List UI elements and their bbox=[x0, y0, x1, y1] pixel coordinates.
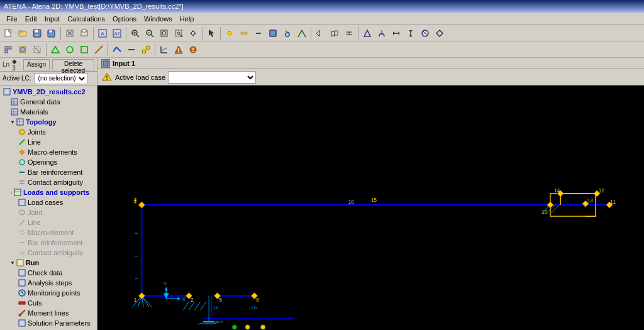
tb-right-5[interactable] bbox=[280, 26, 294, 40]
canvas-alc-select[interactable] bbox=[168, 71, 256, 84]
tree-line[interactable]: Line bbox=[0, 137, 97, 147]
assign-button[interactable]: Assign bbox=[23, 59, 50, 70]
line-dim-icon bbox=[18, 218, 26, 227]
tb2-9[interactable] bbox=[125, 43, 138, 57]
tree-macro-elements[interactable]: Macro-elements bbox=[0, 147, 97, 157]
tree-run-label: Run bbox=[26, 259, 39, 267]
menu-help[interactable]: Help bbox=[176, 14, 198, 24]
tb2-13[interactable] bbox=[186, 43, 200, 57]
sep-tb2-1 bbox=[46, 43, 47, 56]
tree-general-data[interactable]: General data bbox=[0, 97, 97, 107]
tb-right-3[interactable] bbox=[252, 26, 265, 40]
tree-cuts[interactable]: Cuts bbox=[0, 298, 97, 308]
tree-solution-parameters[interactable]: Solution Parameters bbox=[0, 318, 97, 328]
svg-point-86 bbox=[178, 52, 179, 53]
save-button[interactable] bbox=[30, 26, 44, 40]
menu-file[interactable]: File bbox=[3, 14, 21, 24]
zoom-window-button[interactable] bbox=[172, 26, 186, 40]
tb-btn-5[interactable] bbox=[63, 26, 77, 40]
svg-rect-133 bbox=[123, 85, 618, 330]
tb-r-15[interactable] bbox=[433, 26, 447, 40]
menu-calculations[interactable]: Calculations bbox=[64, 14, 109, 24]
tree-topology[interactable]: ▼ Topology bbox=[0, 117, 97, 127]
tb-right-6[interactable] bbox=[295, 26, 309, 40]
zoom-in-button[interactable] bbox=[128, 26, 142, 40]
tree-load-cases-label: Load cases bbox=[28, 199, 63, 206]
tb-right-1[interactable] bbox=[223, 26, 236, 40]
svg-text:2: 2 bbox=[191, 297, 194, 303]
tb-r-10[interactable] bbox=[360, 26, 374, 40]
svg-marker-59 bbox=[409, 35, 413, 36]
loads-icon bbox=[13, 188, 22, 197]
tb2-8[interactable] bbox=[110, 43, 124, 57]
svg-line-45 bbox=[316, 33, 319, 36]
tree-openings[interactable]: Openings bbox=[0, 157, 97, 167]
tb2-7[interactable] bbox=[92, 43, 106, 57]
svg-rect-121 bbox=[19, 280, 25, 286]
tb-r-11[interactable] bbox=[375, 26, 389, 40]
tb2-10[interactable] bbox=[139, 43, 153, 57]
tb-btn-8[interactable]: A2 bbox=[110, 26, 124, 40]
cursor-button[interactable] bbox=[204, 26, 218, 40]
menu-bar: File Edit Input Calculations Options Win… bbox=[0, 13, 644, 25]
tree-analysis-steps[interactable]: Analysis steps bbox=[0, 278, 97, 288]
active-lc-select[interactable]: (no selection) bbox=[34, 73, 87, 84]
tree-bar-dim[interactable]: Bar reinforcement bbox=[0, 238, 97, 248]
tree-run[interactable]: ▼ Run bbox=[0, 258, 97, 268]
zoom-out-button[interactable] bbox=[143, 26, 157, 40]
tree-joint-dim[interactable]: Joint bbox=[0, 207, 97, 217]
tb2-2[interactable] bbox=[16, 43, 30, 57]
tb-right-4[interactable] bbox=[266, 26, 280, 40]
tree-contact-dim[interactable]: Contact ambiguity bbox=[0, 248, 97, 258]
save-all-button[interactable] bbox=[45, 26, 58, 40]
tb-btn-7[interactable]: A bbox=[96, 26, 109, 40]
tb-right-2[interactable] bbox=[237, 26, 251, 40]
tree-moment-lines[interactable]: Moment lines bbox=[0, 308, 97, 318]
svg-rect-99 bbox=[17, 119, 23, 125]
tree-check-data[interactable]: Check data bbox=[0, 268, 97, 278]
tree-line-dim[interactable]: Line bbox=[0, 217, 97, 228]
new-button[interactable] bbox=[1, 26, 15, 40]
tb-r-12[interactable] bbox=[389, 26, 403, 40]
tree-loads-supports[interactable]: ↓ Loads and supports bbox=[0, 187, 97, 197]
tb2-5[interactable] bbox=[63, 43, 77, 57]
tree-materials[interactable]: Materials bbox=[0, 107, 97, 117]
tb2-4[interactable] bbox=[48, 43, 62, 57]
scene-svg[interactable]: X Y bbox=[97, 85, 644, 330]
tree-joints[interactable]: Joints bbox=[0, 127, 97, 137]
solution-icon bbox=[18, 319, 26, 327]
tb-right-7[interactable] bbox=[313, 26, 327, 40]
moment-icon bbox=[18, 309, 26, 317]
tree-load-cases[interactable]: Load cases bbox=[0, 197, 97, 207]
tb-right-9[interactable] bbox=[342, 26, 356, 40]
tb2-12[interactable] bbox=[172, 43, 186, 57]
separator-2 bbox=[93, 27, 94, 40]
tree-solution-label: Solution Parameters bbox=[28, 319, 91, 327]
tree-monitoring-points[interactable]: Monitoring points bbox=[0, 288, 97, 298]
tb-r-14[interactable] bbox=[418, 26, 432, 40]
menu-edit[interactable]: Edit bbox=[21, 14, 41, 24]
tree-bar-reinforcement[interactable]: Bar reinforcement bbox=[0, 167, 97, 177]
canvas-title-text: Input 1 bbox=[113, 60, 135, 67]
tree-macro-dim[interactable]: Macro-element bbox=[0, 228, 97, 238]
menu-input[interactable]: Input bbox=[41, 14, 64, 24]
tb2-6[interactable] bbox=[77, 43, 91, 57]
menu-windows[interactable]: Windows bbox=[140, 14, 176, 24]
zoom-fit-button[interactable] bbox=[157, 26, 171, 40]
sep-tb2-3 bbox=[155, 43, 155, 56]
tb2-3[interactable] bbox=[30, 43, 44, 57]
pan-button[interactable] bbox=[186, 26, 200, 40]
tb-btn-6[interactable] bbox=[77, 26, 91, 40]
tree-file-node[interactable]: YMVB_2D_results.cc2 bbox=[0, 87, 97, 97]
delete-selected-button[interactable]: Delete selected bbox=[52, 59, 94, 70]
svg-marker-58 bbox=[409, 30, 413, 32]
tree-contact-ambiguity[interactable]: Contact ambiguity bbox=[0, 177, 97, 187]
tb2-1[interactable] bbox=[1, 43, 15, 57]
tb-right-8[interactable] bbox=[328, 26, 341, 40]
open-button[interactable] bbox=[16, 26, 30, 40]
tb-r-13[interactable] bbox=[404, 26, 418, 40]
tb2-11[interactable] bbox=[157, 43, 171, 57]
menu-options[interactable]: Options bbox=[109, 14, 140, 24]
tree-file-label: YMVB_2D_results.cc2 bbox=[13, 88, 86, 96]
svg-point-185 bbox=[260, 325, 265, 329]
